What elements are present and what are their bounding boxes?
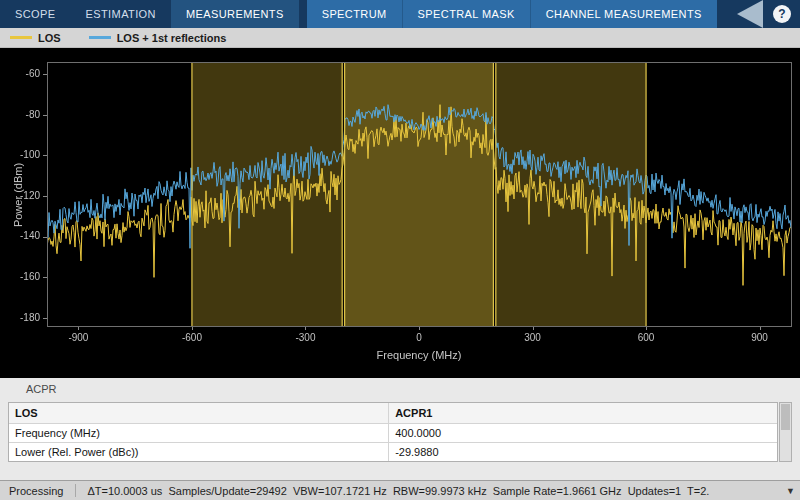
tab-spectral-mask[interactable]: SPECTRAL MASK xyxy=(402,0,530,28)
tab-channel-measurements[interactable]: CHANNEL MEASUREMENTS xyxy=(530,0,717,28)
y-axis-label: Power (dBm) xyxy=(12,140,26,250)
row-frequency-value: 400.0000 xyxy=(389,424,777,442)
table-scrollbar-thumb[interactable] xyxy=(781,404,790,430)
help-button[interactable]: ? xyxy=(773,5,791,23)
status-metrics: ΔT=10.0003 us Samples/Update=29492 VBW=1… xyxy=(76,485,782,497)
table-header-acpr1: ACPR1 xyxy=(389,403,777,423)
tab-spectrum[interactable]: SPECTRUM xyxy=(307,0,402,28)
x-axis-label: Frequency (MHz) xyxy=(47,349,791,361)
spectrum-analyzer-window: SCOPE ESTIMATION MEASUREMENTS SPECTRUM S… xyxy=(0,0,800,500)
spectrum-plot xyxy=(0,48,800,378)
scroll-down-icon[interactable]: ▼ xyxy=(782,486,800,496)
row-frequency-label: Frequency (MHz) xyxy=(9,424,389,442)
legend-label-los: LOS xyxy=(38,32,61,44)
tab-estimation[interactable]: ESTIMATION xyxy=(71,0,171,28)
table-row: Frequency (MHz) 400.0000 xyxy=(9,423,777,442)
table-row: Lower (Rel. Power (dBc)) -29.9880 xyxy=(9,442,777,461)
tab-scope[interactable]: SCOPE xyxy=(0,0,71,28)
acpr-table: LOS ACPR1 Frequency (MHz) 400.0000 Lower… xyxy=(8,402,778,462)
table-header-los: LOS xyxy=(9,403,389,423)
legend-bar: LOS LOS + 1st reflections xyxy=(0,28,800,48)
toolstrip-right: ? xyxy=(737,0,800,28)
table-header-row: LOS ACPR1 xyxy=(9,403,777,423)
plot-area: Power (dBm) Frequency (MHz) xyxy=(0,48,800,378)
tab-measurements[interactable]: MEASUREMENTS xyxy=(171,0,299,28)
row-lower-rel-power-label: Lower (Rel. Power (dBc)) xyxy=(9,443,389,461)
los-line-swatch xyxy=(10,36,32,39)
legend-item-reflections[interactable]: LOS + 1st reflections xyxy=(89,32,227,44)
collapse-chevron-icon[interactable] xyxy=(737,0,763,28)
table-scrollbar[interactable] xyxy=(779,402,792,462)
contextual-tab-group: SPECTRUM SPECTRAL MASK CHANNEL MEASUREME… xyxy=(307,0,717,28)
acpr-panel: ACPR LOS ACPR1 Frequency (MHz) 400.0000 … xyxy=(0,378,800,480)
toolstrip: SCOPE ESTIMATION MEASUREMENTS SPECTRUM S… xyxy=(0,0,800,28)
row-lower-rel-power-value: -29.9880 xyxy=(389,443,777,461)
status-bar: Processing ΔT=10.0003 us Samples/Update=… xyxy=(0,480,800,500)
legend-item-los[interactable]: LOS xyxy=(10,32,61,44)
reflections-line-swatch xyxy=(89,36,111,39)
legend-label-reflections: LOS + 1st reflections xyxy=(117,32,227,44)
status-text: Processing xyxy=(0,485,75,497)
acpr-panel-title: ACPR xyxy=(0,378,800,398)
